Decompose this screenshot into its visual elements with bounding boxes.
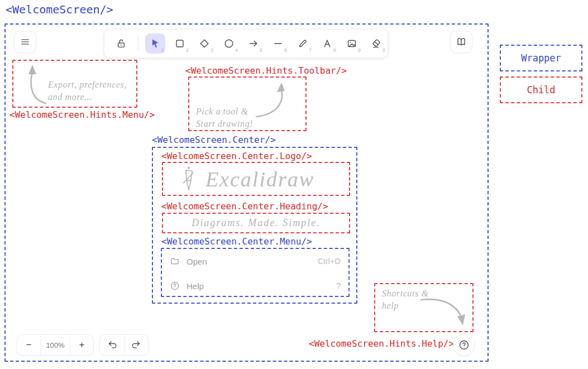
tool-eraser[interactable]: 0 <box>366 33 386 54</box>
tool-shortcut: 2 <box>186 47 189 53</box>
tool-line[interactable]: 6 <box>268 33 288 54</box>
redo-button[interactable] <box>124 335 148 355</box>
toolbar-hint-arrow <box>252 81 294 121</box>
image-icon <box>346 38 357 49</box>
center-heading-box: Diagrams. Made. Simple. <box>162 213 350 233</box>
excalidraw-logo-text: Excalidraw <box>205 167 314 191</box>
help-circle-icon <box>170 281 180 291</box>
center-menu-label: <WelcomeScreen.Center.Menu/> <box>161 237 312 247</box>
menu-item-help[interactable]: Help ? <box>170 279 341 293</box>
hints-help-box: Shortcuts & help <box>374 283 474 332</box>
center-heading-label: <WelcomeScreen.Center.Heading/> <box>161 202 328 212</box>
line-icon <box>273 38 284 49</box>
tool-shortcut: 7 <box>309 47 312 53</box>
zoom-in-button[interactable]: + <box>70 335 93 355</box>
legend-wrapper-box: Wrapper <box>500 45 582 71</box>
root-component-label: <WelcomeScreen/> <box>6 3 113 16</box>
diamond-icon <box>199 38 210 49</box>
zoom-controls: − 100% + <box>17 334 94 356</box>
legend-child-label: Child <box>527 84 555 95</box>
tool-diamond[interactable]: 3 <box>194 33 214 54</box>
undo-button[interactable] <box>100 335 124 355</box>
menu-item-shortcut: Ctrl+O <box>318 257 341 266</box>
legend-child-box: Child <box>500 76 582 103</box>
tool-lock[interactable] <box>111 33 131 54</box>
redo-icon <box>131 339 142 351</box>
tool-shortcut: 0 <box>383 47 385 53</box>
arrow-icon <box>248 38 259 49</box>
undo-redo-controls <box>99 334 149 356</box>
tool-shortcut: 8 <box>333 47 336 53</box>
tool-ellipse[interactable]: 4 <box>219 33 239 54</box>
lock-open-icon <box>116 38 127 49</box>
pencil-icon <box>297 38 308 49</box>
ellipse-icon <box>223 38 235 49</box>
menu-item-label: Help <box>187 281 204 291</box>
library-button[interactable] <box>450 31 472 53</box>
center-label: <WelcomeScreen.Center/> <box>152 135 276 145</box>
hints-menu-box: Export, preferences, and more... <box>12 60 137 108</box>
tool-shortcut: 6 <box>284 47 287 53</box>
tool-shortcut: 4 <box>235 47 238 53</box>
main-menu-button[interactable] <box>14 31 36 53</box>
hamburger-icon <box>20 36 31 47</box>
welcome-heading-text: Diagrams. Made. Simple. <box>163 214 349 232</box>
tool-shortcut: 3 <box>211 47 213 53</box>
toolbar-hint-text: Pick a tool & Start drawing! <box>196 106 253 130</box>
zoom-out-button[interactable]: − <box>17 335 40 355</box>
toolbar-divider <box>138 37 138 50</box>
help-hint-arrow <box>418 293 471 330</box>
tool-shortcut: 5 <box>260 47 262 53</box>
tool-image[interactable]: 9 <box>342 33 362 54</box>
tool-draw[interactable]: 7 <box>293 33 313 54</box>
help-button[interactable] <box>453 334 475 356</box>
rectangle-icon <box>174 38 185 49</box>
toolbar: 1 2 3 4 5 6 <box>104 29 388 58</box>
book-icon <box>456 36 467 47</box>
menu-hint-text: Export, preferences, and more... <box>48 79 127 103</box>
tool-text[interactable]: 8 <box>317 33 337 54</box>
eraser-icon <box>371 38 382 49</box>
hints-toolbar-label: <WelcomeScreen.Hints.Toolbar/> <box>185 66 347 76</box>
center-menu-box: Open Ctrl+O Help ? <box>161 248 350 297</box>
undo-icon <box>107 339 118 351</box>
zoom-level-value[interactable]: 100% <box>40 335 70 355</box>
hints-toolbar-box: Pick a tool & Start drawing! <box>188 76 307 131</box>
folder-icon <box>170 256 180 266</box>
menu-item-label: Open <box>187 257 207 266</box>
hints-menu-label: <WelcomeScreen.Hints.Menu/> <box>9 110 155 120</box>
tool-shortcut: 9 <box>358 47 361 53</box>
menu-item-shortcut: ? <box>336 281 341 290</box>
menu-item-open[interactable]: Open Ctrl+O <box>170 255 341 268</box>
center-logo-box: Excalidraw <box>162 162 350 196</box>
legend-wrapper-label: Wrapper <box>521 52 561 64</box>
tool-shortcut: 1 <box>161 47 164 53</box>
tool-arrow[interactable]: 5 <box>243 33 264 54</box>
hints-help-label: <WelcomeScreen.Hints.Help/> <box>309 339 454 349</box>
excalidraw-logo-icon <box>180 165 198 193</box>
tool-rectangle[interactable]: 2 <box>170 33 190 54</box>
tool-selection[interactable]: 1 <box>145 33 165 54</box>
center-logo-label: <WelcomeScreen.Center.Logo/> <box>161 151 312 161</box>
question-mark-icon <box>458 339 470 351</box>
selection-cursor-icon <box>150 38 161 49</box>
text-icon <box>322 38 333 49</box>
